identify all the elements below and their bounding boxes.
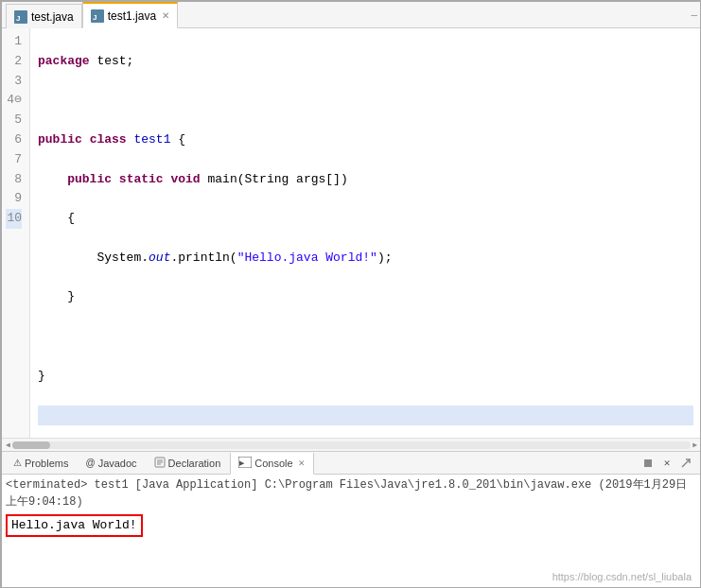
line-num-6: 6 <box>6 130 22 150</box>
console-result: Hello.java World! <box>6 514 143 537</box>
bottom-tab-bar: ⚠ Problems @ Javadoc Declaration <box>2 452 701 475</box>
svg-text:J: J <box>93 13 96 22</box>
minimize-console-btn[interactable] <box>678 456 693 471</box>
console-close-icon: ✕ <box>298 458 306 468</box>
scrollbar-track[interactable] <box>12 441 691 449</box>
scrollbar-thumb[interactable] <box>12 441 50 449</box>
declaration-icon <box>154 457 166 470</box>
tab-declaration-label: Declaration <box>168 458 221 469</box>
svg-text:▶: ▶ <box>239 459 245 466</box>
scroll-right-icon[interactable]: ▶ <box>691 441 699 449</box>
line-num-3: 3 <box>6 72 22 92</box>
tab-problems-label: Problems <box>25 458 68 469</box>
tab-test-java[interactable]: J test.java <box>6 4 82 29</box>
code-line-5: { <box>38 209 693 229</box>
line-num-8: 8 <box>6 170 22 190</box>
console-output: <terminated> test1 [Java Application] C:… <box>2 475 701 588</box>
code-line-9: } <box>38 367 693 387</box>
code-lines: package test; public class test1 { publi… <box>30 28 701 438</box>
code-line-2 <box>38 91 693 111</box>
svg-rect-10 <box>644 459 652 467</box>
tab-console-label: Console <box>254 458 292 469</box>
tab-test1-java[interactable]: J test1.java ✕ <box>82 2 178 28</box>
line-num-1: 1 <box>6 32 22 52</box>
close-console-btn[interactable]: ✕ <box>659 456 675 471</box>
code-line-10 <box>38 406 693 425</box>
line-num-2: 2 <box>6 52 22 72</box>
line-num-5: 5 <box>6 111 22 130</box>
stop-btn[interactable] <box>640 456 656 471</box>
svg-line-11 <box>682 459 690 467</box>
console-icon: ▶ <box>238 457 252 470</box>
bottom-tab-actions: ✕ <box>640 456 697 471</box>
line-num-7: 7 <box>6 150 22 170</box>
line-num-10: 10 <box>6 209 22 229</box>
code-line-8 <box>38 327 693 347</box>
line-num-4: 4⊖ <box>6 91 22 111</box>
tab-close-icon[interactable]: ✕ <box>162 10 169 21</box>
code-line-1: package test; <box>38 52 693 72</box>
tab-problems[interactable]: ⚠ Problems <box>6 452 76 474</box>
javadoc-icon: @ <box>85 458 95 468</box>
tab-console[interactable]: ▶ Console ✕ <box>230 453 313 475</box>
line-num-9: 9 <box>6 189 22 209</box>
scroll-left-icon[interactable]: ◀ <box>4 441 12 449</box>
editor-content: 1 2 3 4⊖ 5 6 7 8 9 10 package test; publ… <box>2 28 701 438</box>
console-terminated-line: <terminated> test1 [Java Application] C:… <box>6 476 697 510</box>
code-line-6: System.out.println("Hello.java World!"); <box>38 249 693 268</box>
editor-area[interactable]: 1 2 3 4⊖ 5 6 7 8 9 10 package test; publ… <box>2 28 701 451</box>
editor-wrapper: 1 2 3 4⊖ 5 6 7 8 9 10 package test; publ… <box>2 28 701 451</box>
svg-text:J: J <box>16 14 20 23</box>
java-file-icon-active: J <box>91 9 104 23</box>
minimize-btn[interactable]: — <box>691 9 697 21</box>
bottom-panel: ⚠ Problems @ Javadoc Declaration <box>2 451 701 588</box>
code-line-3: public class test1 { <box>38 130 693 150</box>
tab-test1-java-label: test1.java <box>108 9 156 23</box>
tab-javadoc-label: Javadoc <box>98 458 137 469</box>
line-numbers: 1 2 3 4⊖ 5 6 7 8 9 10 <box>2 28 30 438</box>
editor-scrollbar[interactable]: ◀ ▶ <box>2 438 701 451</box>
tab-declaration[interactable]: Declaration <box>147 452 229 474</box>
code-line-7: } <box>38 287 693 307</box>
java-file-icon: J <box>14 10 27 24</box>
tab-bar: J test.java J test1.java ✕ — <box>2 2 701 28</box>
problems-icon: ⚠ <box>13 458 22 468</box>
tab-javadoc[interactable]: @ Javadoc <box>78 452 144 474</box>
tab-test-java-label: test.java <box>31 10 74 24</box>
code-line-4: public static void main(String args[]) <box>38 170 693 190</box>
